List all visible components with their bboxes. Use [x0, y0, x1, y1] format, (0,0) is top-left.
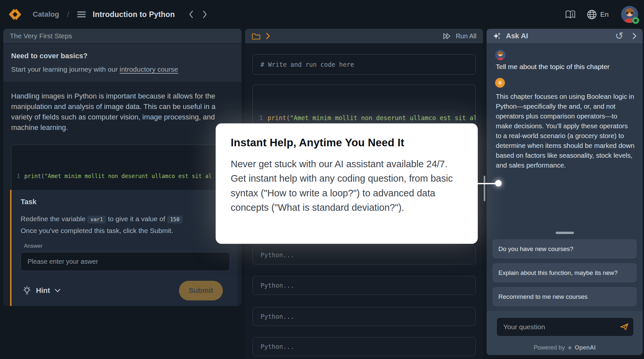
folder-icon[interactable]	[252, 32, 260, 40]
run-all-button[interactable]: Run All	[443, 32, 476, 40]
python-cell-input[interactable]: Python...	[252, 276, 476, 295]
ask-ai-panel: Ask AI ↺ Tell me about the topic of this…	[487, 29, 643, 355]
lightbulb-icon	[23, 286, 31, 296]
lesson-paragraph: Handling images in Python is important b…	[3, 82, 241, 133]
python-cell-input[interactable]: Python...	[252, 337, 476, 356]
ask-ai-title: Ask AI	[506, 32, 528, 40]
openai-logo-icon: ✳	[495, 78, 505, 88]
powered-by: Powered by ✳ OpenAI	[487, 344, 643, 351]
suggestion-chip[interactable]: Explain about this function, maybe its n…	[492, 263, 637, 282]
python-cell-input[interactable]: Python...	[252, 245, 476, 264]
language-switcher[interactable]: En	[587, 9, 609, 20]
top-bar: Catalog / Introduction to Python	[0, 0, 644, 29]
run-all-label: Run All	[456, 32, 476, 40]
var1-chip: var1	[87, 216, 106, 224]
task-footer: Hint Submit	[21, 281, 229, 300]
scrollbar-thumb[interactable]	[484, 176, 485, 201]
submit-button[interactable]: Submit	[179, 281, 223, 300]
globe-icon	[587, 9, 597, 20]
language-label: En	[600, 10, 609, 18]
page-title: Introduction to Python	[93, 10, 175, 19]
ask-ai-header: Ask AI ↺	[487, 29, 643, 43]
onboarding-tooltip: Instant Help, Anytime You Need It Never …	[216, 123, 478, 244]
lesson-panel: The Very First Steps Need to cover basic…	[3, 29, 241, 306]
sparkles-icon	[492, 32, 501, 41]
ask-ai-footer: Powered by ✳ OpenAI	[487, 311, 643, 355]
code-line: 1print("Amet minim mollit non deserunt u…	[259, 112, 469, 123]
answer-input[interactable]	[21, 252, 230, 271]
tooltip-body: Never get stuck with our AI assistant av…	[231, 157, 463, 215]
suggestions-drag-handle[interactable]	[556, 232, 574, 234]
chat-user-avatar	[495, 50, 506, 60]
app-window: Catalog / Introduction to Python	[0, 0, 644, 359]
task-card: Task Redefine the variable var1 to give …	[10, 190, 237, 306]
breadcrumb-catalog[interactable]: Catalog	[33, 10, 59, 19]
brand-logo-icon[interactable]	[7, 8, 23, 21]
tooltip-connector-dot	[495, 180, 502, 187]
docs-book-icon[interactable]	[565, 10, 576, 19]
tooltip-connector-line	[476, 183, 497, 184]
question-input[interactable]	[496, 317, 634, 336]
send-icon[interactable]	[619, 322, 629, 331]
chapter-menu-icon[interactable]	[77, 11, 86, 18]
expand-tree-icon[interactable]	[266, 32, 270, 40]
tooltip-title: Instant Help, Anytime You Need It	[231, 136, 463, 149]
python-cell-input[interactable]: Python...	[252, 307, 476, 326]
collapse-panel-icon[interactable]	[632, 32, 637, 40]
prev-chapter-icon[interactable]	[188, 10, 194, 19]
chat-ai-message: This chapter focuses on using Boolean lo…	[496, 92, 635, 170]
answer-label: Answer	[24, 243, 229, 249]
chat-user-message: Tell me about the topic of this chapter	[496, 63, 610, 71]
scratch-code-input[interactable]: # Write and run code here	[252, 54, 476, 75]
openai-brand: OpenAI	[575, 344, 596, 351]
chapter-section-title: The Very First Steps	[10, 32, 72, 40]
value-chip: 150	[167, 216, 183, 224]
editor-header: Run All	[245, 29, 483, 43]
basics-callout: Need to cover basics? Start your learnin…	[3, 44, 241, 82]
lesson-panel-header: The Very First Steps	[3, 29, 241, 43]
suggestion-chip[interactable]: Do you have new courses?	[492, 239, 637, 259]
task-title: Task	[21, 198, 229, 206]
code-line: 1print("Amet minim mollit non deserunt u…	[17, 171, 228, 182]
refresh-chat-icon[interactable]: ↺	[615, 31, 623, 41]
run-all-icon	[443, 32, 452, 40]
user-avatar[interactable]	[621, 6, 638, 23]
chevron-down-icon	[55, 289, 61, 293]
breadcrumb-separator: /	[67, 10, 69, 19]
introductory-course-link[interactable]: introductory course	[120, 65, 178, 73]
next-chapter-icon[interactable]	[202, 10, 207, 19]
hint-button[interactable]: Hint	[23, 286, 61, 296]
hint-label: Hint	[36, 286, 50, 295]
avatar-status-badge	[632, 17, 639, 24]
basics-title: Need to cover basics?	[11, 52, 234, 60]
basics-text: Start your learning journey with our int…	[11, 65, 234, 73]
openai-footer-icon: ✳	[567, 345, 572, 351]
suggestion-chip[interactable]: Recommend to me new courses	[492, 287, 637, 306]
task-description: Redefine the variable var1 to give it a …	[21, 213, 229, 236]
